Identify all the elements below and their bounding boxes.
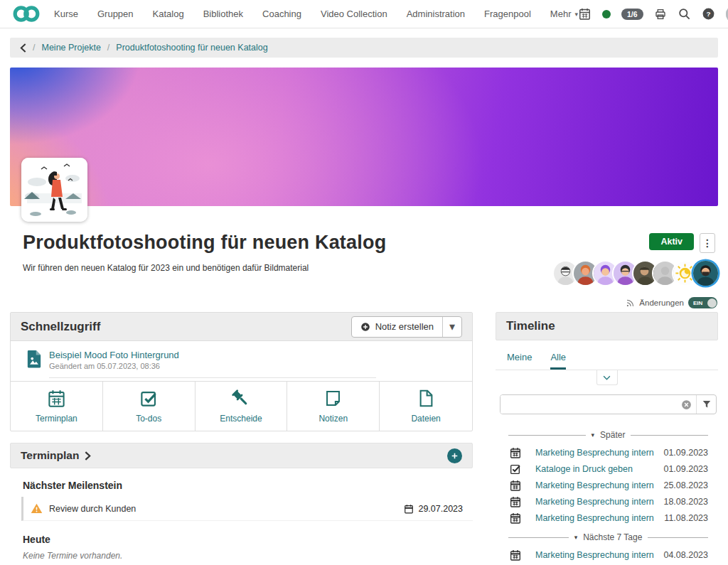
calendar-icon[interactable] bbox=[578, 7, 592, 21]
changes-label: Änderungen bbox=[639, 298, 684, 307]
more-actions-button[interactable]: ⋮ bbox=[700, 233, 715, 253]
task-counter-badge[interactable]: 1/6 bbox=[621, 9, 643, 20]
toggle-knob bbox=[707, 298, 717, 308]
timeline-item-date: 11.08.2023 bbox=[664, 513, 708, 523]
timeline-item: Kataloge in Druck geben 01.09.2023 bbox=[496, 461, 718, 477]
breadcrumb-separator: / bbox=[33, 43, 35, 53]
nav-item-katalog[interactable]: Katalog bbox=[153, 9, 184, 19]
timeline-item-link[interactable]: Marketing Besprechung intern bbox=[535, 513, 664, 523]
timeline-item: Marketing Besprechung intern 11.08.2023 bbox=[496, 510, 718, 526]
timeline-item-link[interactable]: Marketing Besprechung intern bbox=[535, 480, 663, 490]
schedule-title[interactable]: Terminplan bbox=[21, 449, 91, 462]
quick-access-panel: Schnellzugriff Notiz erstellen ▾ Be bbox=[10, 312, 473, 431]
timeline-search-input[interactable] bbox=[500, 395, 676, 414]
timeline-group-separator: ▾ Später bbox=[508, 430, 708, 440]
create-menu-caret-button[interactable]: ▾ bbox=[442, 317, 461, 337]
image-file-icon bbox=[26, 350, 42, 368]
collapse-filter-button[interactable] bbox=[596, 370, 618, 385]
member-avatars bbox=[557, 261, 718, 286]
nav-item-fragenpool[interactable]: Fragenpool bbox=[484, 9, 531, 19]
nav-item-gruppen[interactable]: Gruppen bbox=[97, 9, 134, 19]
tab-alle[interactable]: Alle bbox=[550, 352, 566, 370]
timeline-item-date: 04.08.2023 bbox=[663, 550, 708, 560]
add-appointment-button[interactable] bbox=[447, 448, 462, 463]
milestone-date: 29.07.2023 bbox=[404, 504, 463, 514]
page-title: Produktfotoshooting für neuen Katalog bbox=[23, 232, 649, 254]
tile-terminplan[interactable]: Terminplan bbox=[11, 382, 103, 431]
todo-icon bbox=[139, 389, 159, 408]
timeline-panel: Timeline Meine Alle bbox=[496, 312, 718, 565]
timeline-title: Timeline bbox=[506, 319, 555, 333]
nav-item-coaching[interactable]: Coaching bbox=[262, 9, 301, 19]
changes-toggle[interactable]: EIN bbox=[688, 297, 717, 308]
tile-dateien[interactable]: Dateien bbox=[380, 382, 472, 431]
tile-notizen[interactable]: Notizen bbox=[287, 382, 380, 431]
clear-search-button[interactable] bbox=[676, 395, 696, 414]
timeline-item-date: 01.09.2023 bbox=[663, 448, 708, 458]
file-link[interactable]: Beispiel Mood Foto Hintergrund bbox=[49, 350, 376, 360]
caret-down-icon: ▾ bbox=[592, 431, 595, 438]
timeline-item-link[interactable]: Marketing Besprechung intern bbox=[535, 497, 663, 507]
rss-icon bbox=[626, 298, 635, 308]
create-note-split-button: Notiz erstellen ▾ bbox=[351, 316, 462, 338]
plus-circle-icon bbox=[360, 322, 370, 332]
schedule-panel: Terminplan Nächster Meilenstein Review d… bbox=[10, 443, 473, 561]
user-avatar[interactable] bbox=[726, 5, 728, 23]
presence-indicator[interactable] bbox=[602, 10, 611, 18]
search-icon[interactable] bbox=[678, 7, 691, 21]
project-page: Kurse Gruppen Katalog Bibliothek Coachin… bbox=[0, 0, 728, 565]
tile-todos[interactable]: To-dos bbox=[103, 382, 196, 431]
calendar-icon bbox=[510, 447, 521, 458]
create-note-button[interactable]: Notiz erstellen bbox=[352, 317, 442, 337]
next-milestone-heading: Nächster Meilenstein bbox=[23, 480, 473, 491]
caret-down-icon: ▾ bbox=[574, 534, 578, 541]
openolat-logo-icon[interactable] bbox=[13, 5, 40, 23]
timeline-item: Marketing Besprechung intern 01.09.2023 bbox=[496, 444, 718, 461]
tile-entscheide[interactable]: Entscheide bbox=[196, 382, 288, 431]
filter-button[interactable] bbox=[696, 395, 716, 414]
back-chevron-icon[interactable] bbox=[20, 43, 26, 53]
project-banner-image bbox=[10, 68, 718, 206]
circle-x-icon bbox=[681, 399, 692, 410]
help-icon[interactable]: ? bbox=[702, 7, 715, 21]
timeline-item-date: 25.08.2023 bbox=[663, 480, 708, 490]
nav-item-administration[interactable]: Administration bbox=[407, 9, 465, 19]
top-navbar: Kurse Gruppen Katalog Bibliothek Coachin… bbox=[0, 0, 728, 28]
calendar-icon bbox=[510, 496, 521, 507]
timeline-item: Marketing Besprechung intern 25.08.2023 bbox=[496, 477, 718, 493]
milestone-row[interactable]: Review durch Kunden 29.07.2023 bbox=[21, 497, 473, 521]
gavel-icon bbox=[231, 389, 250, 408]
status-badge[interactable]: Aktiv bbox=[649, 233, 694, 250]
print-icon[interactable] bbox=[654, 8, 667, 21]
group-label[interactable]: Später bbox=[600, 430, 625, 440]
file-modified-date: Geändert am 05.07.2023, 08:36 bbox=[49, 362, 376, 370]
nav-item-bibliothek[interactable]: Bibliothek bbox=[203, 9, 243, 19]
toggle-state-label: EIN bbox=[693, 300, 702, 306]
nav-item-kurse[interactable]: Kurse bbox=[54, 9, 78, 19]
member-avatar-current-user[interactable] bbox=[693, 261, 718, 286]
breadcrumb: / Meine Projekte / Produktfotoshooting f… bbox=[10, 38, 718, 58]
milestone-label: Review durch Kunden bbox=[49, 504, 136, 514]
project-thumbnail bbox=[21, 158, 87, 222]
tab-meine[interactable]: Meine bbox=[507, 352, 532, 370]
breadcrumb-separator: / bbox=[107, 43, 109, 53]
note-icon bbox=[323, 389, 343, 408]
timeline-item-link[interactable]: Kataloge in Druck geben bbox=[535, 464, 663, 474]
todo-icon bbox=[510, 463, 521, 475]
calendar-icon bbox=[510, 480, 521, 491]
nav-item-mehr[interactable]: Mehr▾ bbox=[550, 9, 578, 19]
timeline-item-link[interactable]: Marketing Besprechung intern bbox=[535, 448, 663, 458]
main-menu: Kurse Gruppen Katalog Bibliothek Coachin… bbox=[54, 9, 578, 19]
chevron-down-icon bbox=[603, 375, 611, 380]
group-label[interactable]: Nächste 7 Tage bbox=[583, 532, 642, 542]
breadcrumb-parent[interactable]: Meine Projekte bbox=[41, 43, 100, 53]
timeline-item-link[interactable]: Marketing Besprechung intern bbox=[535, 550, 663, 560]
nav-item-video-collection[interactable]: Video Collection bbox=[321, 9, 387, 19]
plus-icon bbox=[450, 451, 459, 461]
file-icon bbox=[417, 389, 436, 408]
breadcrumb-current[interactable]: Produktfotoshooting für neuen Katalog bbox=[116, 43, 267, 53]
navbar-tools: 1/6 ? ▾ bbox=[578, 5, 728, 23]
quick-access-tiles: Terminplan To-dos Entscheide Notizen bbox=[11, 381, 472, 431]
svg-text:?: ? bbox=[706, 10, 710, 18]
timeline-tabs: Meine Alle bbox=[496, 340, 718, 370]
